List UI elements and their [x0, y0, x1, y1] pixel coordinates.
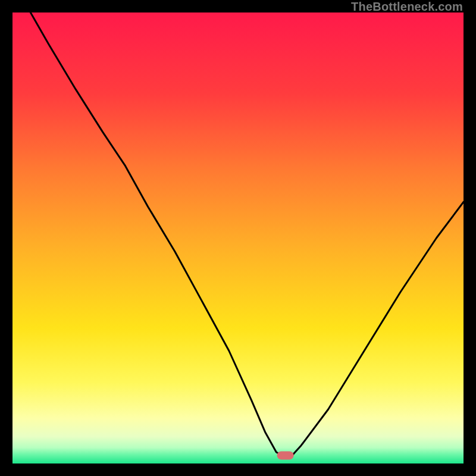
optimal-marker	[277, 451, 294, 459]
gradient-background	[12, 12, 464, 464]
watermark-text: TheBottleneck.com	[351, 0, 463, 14]
chart-plot-area	[12, 12, 464, 464]
chart-svg	[12, 12, 464, 464]
